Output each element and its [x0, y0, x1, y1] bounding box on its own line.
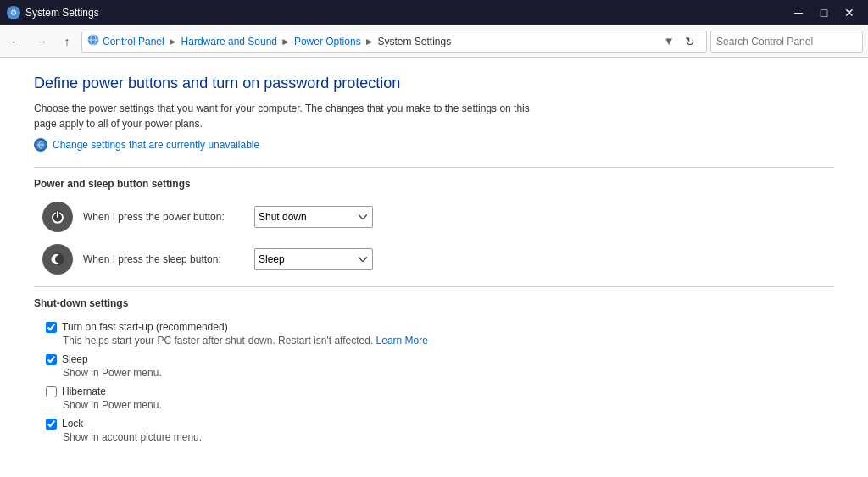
breadcrumb-bar: Control Panel ► Hardware and Sound ► Pow…: [81, 31, 707, 53]
breadcrumb-sep-1: ►: [168, 36, 178, 47]
fast-startup-label[interactable]: Turn on fast start-up (recommended): [62, 321, 228, 333]
address-bar: ← → ↑ Control Panel ► Hardware and Sound…: [0, 25, 868, 58]
lock-sublabel: Show in account picture menu.: [46, 431, 834, 443]
window-controls: ─ □ ✕: [787, 3, 861, 22]
refresh-button[interactable]: ↻: [679, 31, 701, 53]
breadcrumb-power-options[interactable]: Power Options: [294, 36, 361, 47]
main-content: Define power buttons and turn on passwor…: [0, 58, 868, 477]
breadcrumb-sep-2: ►: [281, 36, 291, 47]
breadcrumb-dropdown-button[interactable]: ▼: [660, 33, 677, 50]
globe-icon: [34, 138, 47, 152]
shutdown-section-label: Shut-down settings: [34, 297, 834, 309]
power-button-icon: [42, 202, 73, 232]
power-button-row: When I press the power button: Shut down…: [34, 202, 834, 232]
page-description: Choose the power settings that you want …: [34, 101, 542, 131]
sleep-checkbox-row: Sleep: [46, 353, 834, 365]
hibernate-label[interactable]: Hibernate: [62, 385, 106, 397]
hibernate-item: Hibernate Show in Power menu.: [34, 385, 834, 411]
lock-label[interactable]: Lock: [62, 418, 83, 430]
sleep-button-icon: [42, 244, 73, 275]
sleep-label[interactable]: Sleep: [62, 353, 88, 365]
sleep-button-row: When I press the sleep button: Sleep Hib…: [34, 244, 834, 275]
fast-startup-sublabel: This helps start your PC faster after sh…: [46, 335, 834, 347]
fast-startup-item: Turn on fast start-up (recommended) This…: [34, 321, 834, 347]
sleep-sublabel: Show in Power menu.: [46, 367, 834, 379]
search-input[interactable]: [710, 31, 863, 53]
breadcrumb-sep-3: ►: [364, 36, 375, 47]
sleep-checkbox[interactable]: [46, 354, 57, 365]
power-sleep-section-label: Power and sleep button settings: [34, 178, 834, 190]
power-button-dropdown[interactable]: Shut down Sleep Hibernate Turn off the d…: [254, 206, 373, 228]
breadcrumb-current: System Settings: [378, 36, 452, 47]
section-divider-1: [34, 167, 834, 168]
change-settings-row: Change settings that are currently unava…: [34, 138, 834, 152]
minimize-button[interactable]: ─: [787, 3, 810, 22]
fast-startup-learn-more[interactable]: Learn More: [376, 335, 428, 347]
lock-checkbox[interactable]: [46, 419, 57, 430]
shutdown-section: Shut-down settings Turn on fast start-up…: [34, 297, 834, 443]
change-settings-link[interactable]: Change settings that are currently unava…: [53, 139, 259, 151]
lock-checkbox-row: Lock: [46, 418, 834, 430]
sleep-item: Sleep Show in Power menu.: [34, 353, 834, 379]
sleep-button-dropdown[interactable]: Sleep Hibernate Shut down Turn off the d…: [254, 248, 373, 270]
hibernate-checkbox[interactable]: [46, 386, 57, 397]
sleep-button-label: When I press the sleep button:: [83, 253, 244, 265]
hibernate-sublabel: Show in Power menu.: [46, 399, 834, 411]
close-button[interactable]: ✕: [837, 3, 861, 22]
up-button[interactable]: ↑: [56, 31, 78, 53]
content-area: Define power buttons and turn on passwor…: [0, 58, 868, 477]
fast-startup-row: Turn on fast start-up (recommended): [46, 321, 834, 333]
globe-breadcrumb-icon: [87, 34, 99, 48]
power-button-label: When I press the power button:: [83, 211, 244, 223]
hibernate-checkbox-row: Hibernate: [46, 385, 834, 397]
back-button[interactable]: ←: [5, 31, 27, 53]
app-icon: ⚙: [7, 6, 20, 19]
window-title: System Settings: [25, 7, 787, 19]
lock-item: Lock Show in account picture menu.: [34, 418, 834, 443]
fast-startup-checkbox[interactable]: [46, 322, 57, 333]
breadcrumb-hardware[interactable]: Hardware and Sound: [181, 36, 277, 47]
title-bar: ⚙ System Settings ─ □ ✕: [0, 0, 868, 25]
breadcrumb-control-panel[interactable]: Control Panel: [103, 36, 164, 47]
maximize-button[interactable]: □: [812, 3, 836, 22]
forward-button[interactable]: →: [31, 31, 53, 53]
page-heading: Define power buttons and turn on passwor…: [34, 75, 834, 92]
section-divider-2: [34, 286, 834, 287]
